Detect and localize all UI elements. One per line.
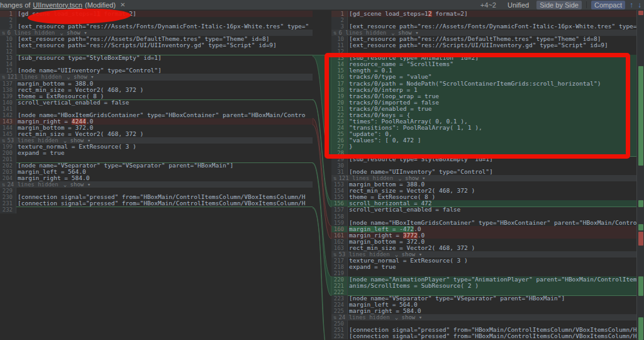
line-number: 28 [331,150,348,156]
code-line: 162margin_bottom = 372.0 [331,239,636,245]
close-icon[interactable]: ✕ [120,1,125,8]
code-text: rect_min_size = Vector2( 468, 372 ) [16,87,313,93]
diff-connector-curves [313,0,331,340]
line-number: 199 [0,144,16,150]
code-line: 17tracks/0/path = NodePath("ScrollContai… [331,81,636,87]
code-line: 201 [0,156,313,162]
line-number: 14 [0,61,16,67]
line-number: 30 [331,162,348,169]
code-line: 140scroll_vertical_enabled = false [0,99,313,106]
code-text: rect_min_size = Vector2( 468, 372 ) [348,188,636,194]
stripe-change-mark[interactable] [638,317,643,340]
code-line: 141 [0,106,313,112]
unified-view-button[interactable]: Unified [504,1,532,9]
stripe-change-mark[interactable] [638,224,643,230]
line-number: 13 [331,55,348,61]
code-line: 19tracks/0/loop_wrap = true [331,93,636,99]
code-text: tracks/0/enabled = true [348,106,636,112]
code-text [16,61,313,67]
code-line: 156scroll_horizontal = 472 [331,200,636,207]
line-number: 224 [331,302,348,308]
code-text: [ext_resource path="res://Assets/Fonts/D… [16,23,313,30]
code-line: 2 [0,17,313,23]
diff-tab[interactable]: hanges of UIInventory.tscn (Modified) ✕ [0,1,125,9]
line-number: 17 [331,81,348,87]
code-line: 22tracks/0/keys = { [331,112,636,118]
code-text [348,48,636,55]
code-line: 219 [331,270,636,276]
line-number: 15 [0,67,16,74]
code-line: 10[ext_resource path="res://Assets/Defau… [331,36,636,42]
code-line: 223[node name="VSeparator" type="VSepara… [331,295,636,302]
code-text: texture_normal = ExtResource( 3 ) [348,258,636,264]
side-by-side-view-button[interactable]: Side by Side [536,1,582,9]
fold-label: 6 lines hidden [338,30,386,36]
code-text: rect_min_size = Vector2( 468, 372 ) [348,245,636,251]
line-number: 12 [0,48,16,55]
fold-show-link[interactable]: ⌄ show ▾ [395,251,422,258]
code-line: 161margin_right = 3772.0 [331,232,636,239]
code-text [348,150,636,156]
fold-show-link[interactable]: ⌄ show ▾ [64,137,91,144]
code-line: 143margin_right = 4244.0 [0,118,313,125]
code-text: [connection signal="pressed" from="HBoxM… [16,200,313,207]
code-line: 155theme = ExtResource( 8 ) [331,194,636,200]
code-line: 163rect_min_size = Vector2( 468, 372 ) [331,245,636,251]
code-text: "update": 0, [348,131,636,137]
previous-change-icon[interactable]: ↑ [630,1,633,9]
stripe-change-mark[interactable] [638,232,643,246]
fold-row: ⇅24 lines hidden⌄ show ▾ [0,181,313,188]
code-line: 157scroll_vertical_enabled = false [331,207,636,213]
line-number: 232 [0,207,16,213]
fold-show-link[interactable]: ⌄ show ▾ [67,74,94,80]
line-number: 1 [0,11,16,17]
code-line: 1[gd_scene load_steps=12 format=2] [331,11,636,17]
code-line: 142[node name="HBoxItemGridsContainer" t… [0,112,313,118]
fold-show-link[interactable]: ⌄ show ▾ [395,314,422,320]
code-text: [ext_resource path="res://Scripts/UI/UII… [16,42,313,48]
code-text: [sub_resource type="StyleBoxEmpty" id=1] [348,156,636,162]
fold-show-link[interactable]: ⌄ show ▾ [391,30,418,36]
line-number: 141 [0,106,16,112]
stripe-change-mark[interactable] [638,200,643,207]
fold-show-link[interactable]: ⌄ show ▾ [60,30,87,36]
code-line: 229 [0,188,313,194]
stripe-change-mark[interactable] [638,66,643,166]
code-text [16,106,313,112]
code-text [16,48,313,55]
next-change-icon[interactable]: ↓ [638,1,641,9]
line-number: 231 [0,200,16,207]
line-number: 221 [331,283,348,289]
code-text [16,17,313,23]
line-number: 14 [331,61,348,67]
fold-show-link[interactable]: ⌄ show ▾ [398,175,425,181]
line-number: 160 [331,226,348,232]
fold-updown-icon: ⇅ [2,30,5,36]
stripe-change-mark[interactable] [638,11,643,15]
fold-show-link[interactable]: ⌄ show ▾ [64,181,91,188]
code-line: 199texture_normal = ExtResource( 3 ) [0,144,313,150]
title-bar: hanges of UIInventory.tscn (Modified) ✕ … [0,0,644,10]
tab-filename[interactable]: UIInventory.tscn [33,1,82,9]
code-line: 139theme = ExtResource( 8 ) [0,93,313,99]
code-line: 11[ext_resource path="res://Scripts/UI/U… [0,42,313,48]
tab-title-suffix: (Modified) [85,1,116,9]
line-number: 25 [331,131,348,137]
stripe-change-mark[interactable] [638,276,643,296]
code-text: length = 0.1 [348,67,636,74]
line-number: 137 [0,81,16,87]
code-line: 144margin_bottom = 372.0 [0,125,313,131]
line-number: 142 [0,112,16,118]
error-stripe-scrollbar[interactable] [636,10,644,340]
line-number: 202 [0,162,16,169]
code-line: 28 [331,150,636,156]
compact-view-button[interactable]: Compact [591,1,625,9]
code-line: 225margin_right = 584.0 [331,308,636,314]
line-number: 1 [331,11,348,17]
code-text [348,17,636,23]
code-text: tracks/0/path = NodePath("ScrollContaine… [348,81,636,87]
line-number: 144 [0,125,16,131]
line-number: 21 [331,106,348,112]
fold-updown-icon: ⇅ [333,251,336,258]
code-text: resource_name = "ScrollItems" [348,61,636,67]
